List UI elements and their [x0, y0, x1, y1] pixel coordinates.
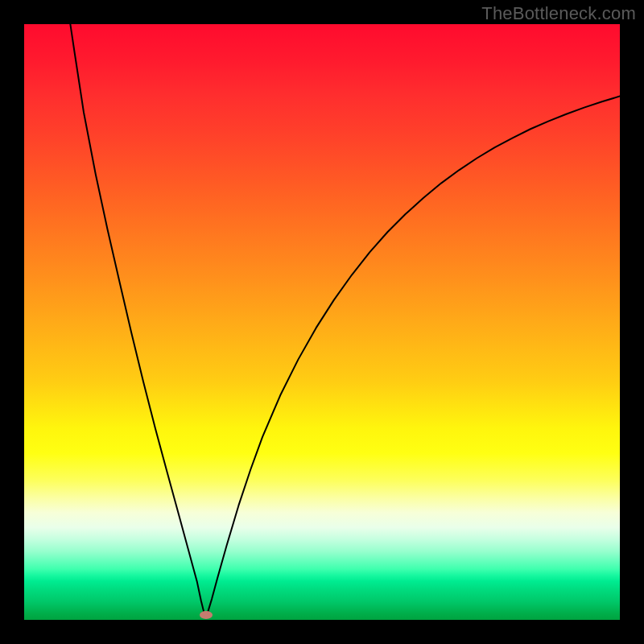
plot-area — [24, 24, 620, 620]
bottleneck-curve — [57, 24, 620, 617]
curve-svg — [24, 24, 620, 620]
chart-frame: TheBottleneck.com — [0, 0, 644, 644]
minimum-marker — [200, 611, 213, 619]
attribution-text: TheBottleneck.com — [481, 3, 636, 24]
